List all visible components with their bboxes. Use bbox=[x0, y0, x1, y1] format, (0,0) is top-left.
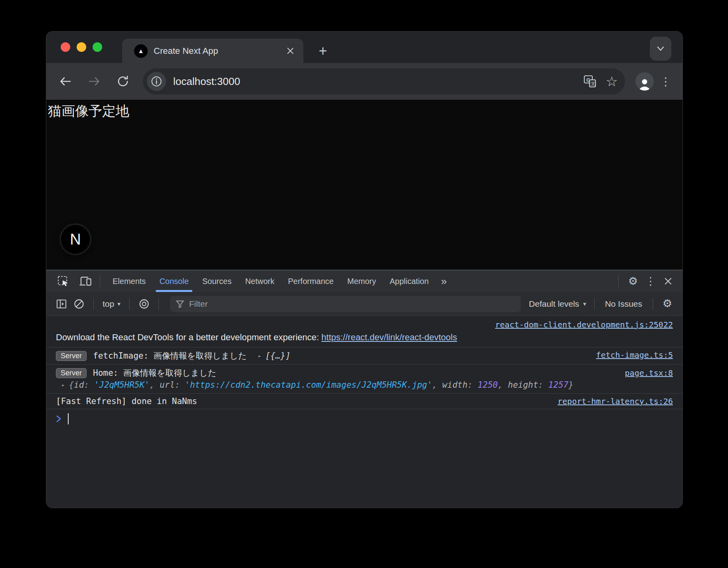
tab-close-icon[interactable] bbox=[283, 44, 297, 58]
separator bbox=[129, 298, 130, 310]
message-text: Download the React DevTools for a better… bbox=[56, 332, 319, 342]
message-text: fetchImage: 画像情報を取得しました bbox=[93, 350, 247, 361]
tab-search-button[interactable] bbox=[650, 37, 671, 61]
separator bbox=[618, 275, 619, 287]
devtools-tab-elements[interactable]: Elements bbox=[106, 270, 152, 292]
device-toolbar-button[interactable] bbox=[77, 273, 94, 289]
back-arrow-icon bbox=[59, 75, 72, 88]
gear-icon: ⚙ bbox=[663, 298, 672, 309]
bookmark-button[interactable]: ☆ bbox=[606, 75, 618, 88]
log-levels-selector[interactable]: Default levels ▾ bbox=[526, 299, 589, 309]
console-toolbar: top ▾ Filter De bbox=[46, 292, 682, 316]
chevron-down-icon: ▾ bbox=[117, 300, 121, 308]
tab-strip: ▲ Create Next App + bbox=[46, 32, 682, 63]
reload-icon bbox=[116, 75, 130, 88]
minimize-window-button[interactable] bbox=[77, 42, 86, 52]
server-badge: Server bbox=[56, 351, 87, 361]
translate-button[interactable]: G 文 bbox=[583, 74, 597, 89]
issues-counter[interactable]: No Issues bbox=[600, 299, 647, 309]
nextjs-devtools-button[interactable]: N bbox=[60, 224, 91, 254]
browser-window: ▲ Create Next App + bbox=[46, 32, 682, 508]
prompt-chevron-icon bbox=[56, 415, 61, 423]
profile-avatar[interactable] bbox=[635, 72, 654, 91]
kebab-icon: ⋮ bbox=[660, 75, 671, 88]
object-preview-expanded[interactable]: ▸ {id: 'J2qM5HR5K', url: 'https://cdn2.t… bbox=[56, 379, 673, 390]
traffic-lights bbox=[61, 42, 102, 52]
close-icon bbox=[664, 277, 672, 285]
back-button[interactable] bbox=[55, 71, 76, 92]
more-tabs-button[interactable]: » bbox=[435, 275, 452, 288]
separator bbox=[653, 298, 653, 310]
console-message: react-dom-client.development.js:25022 Do… bbox=[46, 316, 682, 347]
devtools-tab-sources[interactable]: Sources bbox=[196, 270, 238, 292]
chevron-down-icon: ▾ bbox=[583, 300, 586, 308]
nextjs-favicon-icon: ▲ bbox=[134, 44, 148, 58]
console-sidebar-button[interactable] bbox=[53, 296, 70, 312]
console-message: [Fast Refresh] done in NaNms report-hmr-… bbox=[46, 394, 682, 409]
eye-icon bbox=[138, 299, 150, 309]
react-devtools-link[interactable]: https://react.dev/link/react-devtools bbox=[321, 332, 457, 342]
page-heading: 猫画像予定地 bbox=[46, 100, 682, 120]
separator bbox=[158, 298, 159, 310]
console-settings-button[interactable]: ⚙ bbox=[659, 296, 676, 312]
expand-arrow-icon[interactable]: ▸ bbox=[258, 353, 261, 359]
source-link[interactable]: react-dom-client.development.js:25022 bbox=[495, 320, 673, 329]
devtools-panel: Elements Console Sources Network Perform… bbox=[46, 270, 682, 508]
live-expression-button[interactable] bbox=[135, 296, 153, 312]
close-window-button[interactable] bbox=[61, 42, 70, 52]
screenshot-canvas: ▲ Create Next App + bbox=[0, 0, 728, 568]
source-link[interactable]: page.tsx:8 bbox=[625, 368, 673, 378]
devtools-close-button[interactable] bbox=[659, 273, 677, 289]
forward-button[interactable] bbox=[84, 71, 105, 92]
site-info-button[interactable] bbox=[147, 72, 166, 91]
inspect-element-button[interactable] bbox=[54, 273, 72, 289]
context-selector[interactable]: top ▾ bbox=[99, 299, 124, 309]
tab-title: Create Next App bbox=[154, 46, 283, 56]
kebab-icon: ⋮ bbox=[645, 276, 656, 287]
console-message: Server Home: 画像情報を取得しました page.tsx:8 ▸ {i… bbox=[46, 365, 682, 394]
separator bbox=[93, 298, 94, 310]
separator bbox=[100, 275, 100, 287]
star-icon: ☆ bbox=[606, 75, 618, 88]
server-badge: Server bbox=[56, 368, 87, 378]
source-link[interactable]: fetch-image.ts:5 bbox=[596, 350, 673, 360]
inspect-cursor-icon bbox=[57, 275, 69, 287]
devtools-tab-memory[interactable]: Memory bbox=[340, 270, 383, 292]
address-bar[interactable]: localhost:3000 G 文 ☆ bbox=[143, 68, 625, 95]
browser-toolbar: localhost:3000 G 文 ☆ bbox=[46, 63, 682, 100]
devtools-menu-button[interactable]: ⋮ bbox=[642, 273, 659, 289]
url-text[interactable]: localhost:3000 bbox=[173, 75, 574, 88]
plus-icon: + bbox=[318, 43, 327, 59]
devtools-settings-button[interactable]: ⚙ bbox=[624, 273, 642, 289]
source-link[interactable]: report-hmr-latency.ts:26 bbox=[558, 396, 673, 406]
nextjs-n-logo: N bbox=[70, 231, 81, 248]
gear-icon: ⚙ bbox=[628, 276, 638, 287]
console-log-area[interactable]: react-dom-client.development.js:25022 Do… bbox=[46, 316, 682, 508]
page-viewport: 猫画像予定地 N bbox=[46, 100, 682, 270]
devtools-tab-performance[interactable]: Performance bbox=[281, 270, 341, 292]
devtools-tab-console[interactable]: Console bbox=[152, 270, 195, 292]
expand-arrow-icon[interactable]: ▸ bbox=[61, 382, 65, 388]
vercel-triangle-icon: ▲ bbox=[138, 47, 144, 54]
devtools-tab-network[interactable]: Network bbox=[238, 270, 281, 292]
console-filter-input[interactable]: Filter bbox=[170, 296, 521, 312]
zoom-window-button[interactable] bbox=[93, 42, 102, 52]
separator bbox=[594, 298, 595, 310]
message-text: [Fast Refresh] done in NaNms bbox=[56, 396, 197, 406]
info-icon bbox=[150, 75, 162, 87]
levels-label: Default levels bbox=[529, 299, 579, 309]
person-icon bbox=[638, 78, 651, 91]
object-preview-collapsed[interactable]: [{…}] bbox=[265, 351, 291, 361]
clear-icon bbox=[73, 298, 85, 310]
console-prompt[interactable] bbox=[46, 409, 682, 428]
browser-tab[interactable]: ▲ Create Next App bbox=[122, 39, 303, 63]
object-preview-tokens: {id: 'J2qM5HR5K', url: 'https://cdn2.the… bbox=[69, 380, 573, 390]
svg-text:文: 文 bbox=[591, 81, 595, 86]
devtools-tab-application[interactable]: Application bbox=[383, 270, 435, 292]
clear-console-button[interactable] bbox=[70, 296, 88, 312]
reload-button[interactable] bbox=[113, 71, 133, 92]
device-toolbar-icon bbox=[79, 275, 92, 287]
new-tab-button[interactable]: + bbox=[312, 40, 334, 62]
devtools-tabbar: Elements Console Sources Network Perform… bbox=[46, 270, 682, 292]
browser-menu-button[interactable]: ⋮ bbox=[658, 75, 674, 88]
